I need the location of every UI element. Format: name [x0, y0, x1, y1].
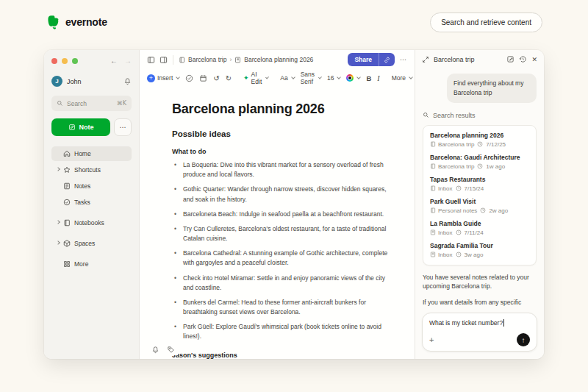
- send-button[interactable]: ↑: [517, 333, 530, 346]
- history-nav: ← →: [110, 57, 132, 65]
- color-swatch-icon: [346, 74, 354, 82]
- note-more-button[interactable]: ⋯: [114, 118, 132, 136]
- breadcrumb-notebook[interactable]: Barcelona trip: [188, 56, 226, 63]
- notifications-bell-icon[interactable]: [123, 77, 132, 85]
- assistant-reply: You have several notes related to your u…: [423, 273, 537, 307]
- search-retrieve-button[interactable]: Search and retrieve content: [430, 13, 542, 32]
- clock-icon: [456, 229, 462, 235]
- font-family-dropdown[interactable]: Sans Serif: [301, 71, 321, 85]
- clock-icon: [456, 185, 462, 191]
- grid-icon: [63, 260, 71, 268]
- note-title[interactable]: Barcelona planning 2026: [172, 101, 390, 117]
- search-results-card: Barcelona planning 2026 Barcelona trip 7…: [423, 125, 537, 266]
- undo-icon[interactable]: ↺: [213, 74, 219, 82]
- close-window-button[interactable]: [51, 58, 57, 64]
- sidebar-item-notes[interactable]: Notes: [51, 179, 132, 193]
- notes-icon: [63, 182, 71, 190]
- note-actions: Note ⋯: [51, 118, 132, 136]
- tasks-icon: [63, 199, 71, 206]
- notebook-icon: [430, 185, 436, 191]
- font-size-dropdown[interactable]: 16: [327, 74, 340, 82]
- spaces-cube-icon: [63, 240, 71, 247]
- search-shortcut: ⌘K: [117, 100, 126, 107]
- collapse-sidebar-icon[interactable]: [147, 56, 155, 64]
- what-to-do-list: La Boqueria: Dive into this vibrant mark…: [172, 160, 390, 342]
- result-item[interactable]: Sagrada Familia Tour Inbox 3w ago: [430, 242, 529, 258]
- breadcrumb-note[interactable]: Barcelona planning 2026: [244, 56, 313, 63]
- toolbar-more-dropdown[interactable]: More: [392, 74, 412, 82]
- sidebar-item-shortcuts[interactable]: Shortcuts: [51, 163, 132, 177]
- bold-button[interactable]: B: [366, 74, 371, 82]
- account-row[interactable]: J John: [51, 76, 132, 87]
- minimize-window-button[interactable]: [62, 58, 68, 64]
- expand-panel-icon[interactable]: [422, 56, 429, 63]
- result-item[interactable]: Park Guell Visit Personal notes 2w ago: [430, 198, 529, 214]
- font-color-dropdown[interactable]: [346, 74, 360, 82]
- clock-icon: [480, 207, 486, 213]
- star-icon: [63, 166, 71, 174]
- note-page-icon: [234, 57, 241, 63]
- insert-dropdown[interactable]: + Insert: [147, 74, 179, 82]
- zoom-window-button[interactable]: [72, 58, 78, 64]
- section-heading: Possible ideas: [172, 129, 390, 138]
- sidebar-item-notebooks[interactable]: Notebooks: [51, 215, 132, 230]
- evernote-brand: evernote: [46, 15, 107, 30]
- search-results-label-row: Search results: [423, 112, 537, 119]
- window-controls: ← →: [51, 57, 132, 65]
- new-note-icon: [68, 124, 76, 131]
- sidebar-item-spaces[interactable]: Spaces: [51, 236, 132, 251]
- ai-edit-dropdown[interactable]: ✦ AI Edit: [243, 71, 268, 85]
- assistant-conversation: Find everything about my Barcelona trip …: [415, 68, 544, 307]
- sidebar-item-home[interactable]: Home: [51, 146, 132, 161]
- chevron-right-icon: [56, 167, 60, 171]
- new-note-button[interactable]: Note: [51, 118, 110, 136]
- share-button[interactable]: Share: [348, 53, 379, 66]
- result-item[interactable]: La Rambla Guide Inbox 7/11/24: [430, 220, 529, 236]
- history-icon[interactable]: [519, 55, 527, 63]
- breadcrumb: Barcelona trip › Barcelona planning 2026: [179, 56, 343, 63]
- notebook-icon: [430, 207, 436, 213]
- copy-link-icon[interactable]: [379, 53, 395, 66]
- attach-plus-icon[interactable]: +: [429, 335, 434, 344]
- subsection-heading: Jason's suggestions: [172, 352, 390, 359]
- forward-icon[interactable]: →: [124, 57, 132, 65]
- avatar: J: [51, 76, 62, 87]
- add-tag-icon[interactable]: [167, 346, 175, 354]
- result-item[interactable]: Barcelona planning 2026 Barcelona trip 7…: [430, 132, 529, 148]
- redo-icon[interactable]: ↻: [226, 74, 232, 82]
- list-item: Check into Hotel Miramar: Settle in and …: [172, 274, 390, 293]
- note-editor: Barcelona trip › Barcelona planning 2026…: [140, 50, 415, 359]
- list-item: La Boqueria: Dive into this vibrant mark…: [172, 160, 390, 179]
- result-item[interactable]: Tapas Restaurants Inbox 7/15/24: [430, 176, 529, 192]
- notebook-icon: [430, 163, 436, 169]
- note-more-menu-icon[interactable]: ⋯: [400, 56, 407, 63]
- search-icon: [57, 100, 63, 107]
- user-name: John: [67, 78, 82, 85]
- close-panel-icon[interactable]: ✕: [531, 56, 537, 63]
- list-item: Bunkers del Carmel: Head to these former…: [172, 298, 390, 317]
- note-body[interactable]: Barcelona planning 2026 Possible ideas W…: [140, 87, 415, 359]
- search-input[interactable]: Search ⌘K: [51, 96, 132, 111]
- task-checkbox-icon[interactable]: [185, 74, 193, 82]
- italic-button[interactable]: I: [377, 74, 379, 82]
- reminder-bell-icon[interactable]: [151, 346, 159, 354]
- evernote-elephant-icon: [46, 15, 61, 30]
- notebook-icon: [63, 219, 71, 227]
- back-icon[interactable]: ←: [110, 57, 118, 65]
- result-item[interactable]: Barcelona: Gaudi Architecture Barcelona …: [430, 154, 529, 170]
- subsection-heading: What to do: [172, 148, 390, 155]
- expand-note-icon[interactable]: [159, 56, 168, 64]
- editor-toolbar: + Insert ↺ ↻ ✦ AI Edit Aa Sans Serif 16 …: [140, 69, 415, 87]
- up-arrow-icon: ↑: [522, 336, 526, 344]
- sidebar-item-more[interactable]: More: [51, 257, 132, 271]
- text-style-dropdown[interactable]: Aa: [280, 74, 294, 82]
- chevron-right-icon: [56, 240, 60, 245]
- chat-input[interactable]: What is my ticket number? + ↑: [422, 313, 537, 352]
- notebook-icon: [179, 57, 185, 63]
- sidebar-item-tasks[interactable]: Tasks: [51, 195, 132, 210]
- clock-icon: [477, 163, 483, 169]
- calendar-icon[interactable]: [199, 74, 207, 82]
- new-chat-icon[interactable]: [506, 55, 514, 63]
- page-header: evernote Search and retrieve content: [0, 0, 588, 44]
- sidebar-nav: Home Shortcuts Notes Tasks Notebo: [51, 146, 132, 273]
